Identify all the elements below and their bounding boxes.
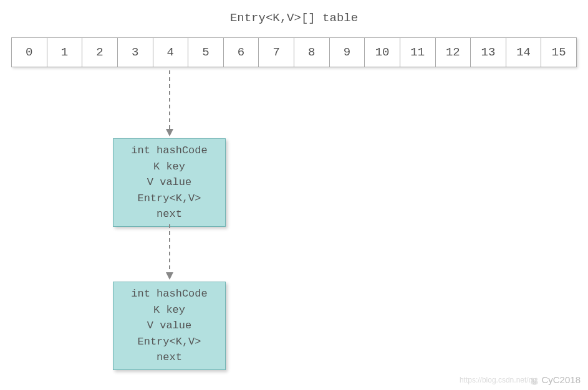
array-cell: 14 <box>506 37 542 67</box>
array-cell: 2 <box>82 37 118 67</box>
array-cell: 5 <box>188 37 224 67</box>
entry-field: V value <box>118 174 220 191</box>
svg-point-3 <box>535 378 538 381</box>
array-cell: 15 <box>541 37 577 67</box>
entry-field: K key <box>118 159 220 175</box>
array-cell: 7 <box>258 37 294 67</box>
svg-point-4 <box>531 380 538 385</box>
watermark-text: CyC2018 <box>541 374 581 385</box>
diagram-title: Entry<K,V>[] table <box>0 0 588 37</box>
svg-point-2 <box>531 378 534 381</box>
array-cell: 12 <box>435 37 471 67</box>
watermark-author: CyC2018 <box>529 374 581 386</box>
entry-field: Entry<K,V> <box>118 191 220 207</box>
array-cell: 9 <box>329 37 365 67</box>
entry-field: next <box>118 206 220 222</box>
entry-field: next <box>118 350 220 366</box>
entry-field: Entry<K,V> <box>118 334 220 350</box>
array-cell: 8 <box>294 37 330 67</box>
array-cell: 0 <box>11 37 47 67</box>
entry-field: K key <box>118 302 220 318</box>
array-cell: 3 <box>117 37 153 67</box>
array-cell: 13 <box>470 37 506 67</box>
array-cell: 10 <box>364 37 400 67</box>
array-cell: 6 <box>223 37 259 67</box>
array-cell: 11 <box>400 37 436 67</box>
arrow-icon <box>165 70 174 138</box>
entry-field: int hashCode <box>118 286 220 302</box>
logo-icon <box>529 375 540 386</box>
entry-field: V value <box>118 318 220 334</box>
watermark-url: https://blog.csdn.net/ng <box>460 376 537 384</box>
entry-node: int hashCode K key V value Entry<K,V> ne… <box>113 138 226 227</box>
entry-node: int hashCode K key V value Entry<K,V> ne… <box>113 282 226 370</box>
arrow-icon <box>165 224 174 282</box>
array-cell: 4 <box>153 37 189 67</box>
entry-field: int hashCode <box>118 143 220 159</box>
hash-table-array: 0 1 2 3 4 5 6 7 8 9 10 11 12 13 14 15 <box>11 37 577 67</box>
array-cell: 1 <box>47 37 83 67</box>
